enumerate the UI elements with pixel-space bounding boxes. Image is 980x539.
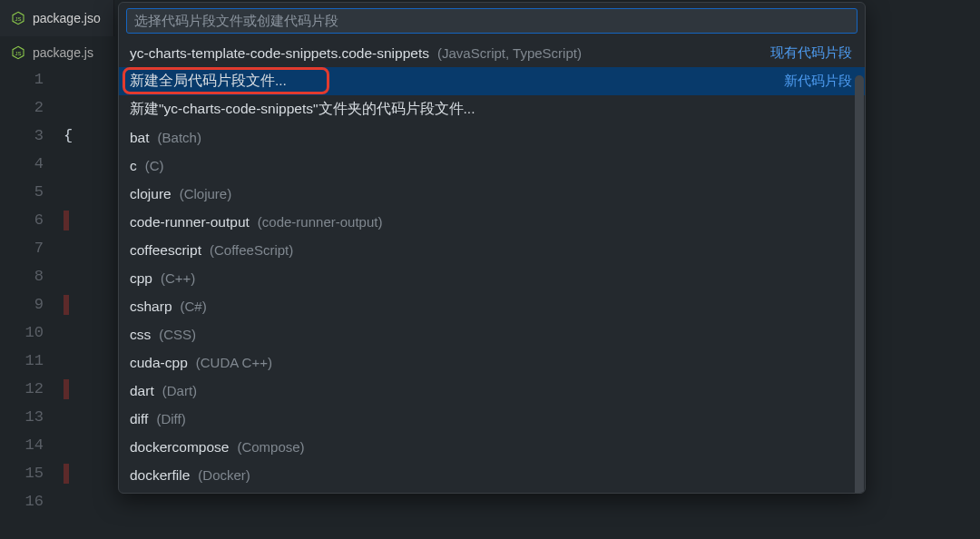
snippet-list-item[interactable]: c(C) (119, 152, 865, 180)
item-hint: (Dart) (162, 383, 197, 398)
item-label: yc-charts-template-code-snippets.code-sn… (130, 45, 429, 62)
snippet-list-item[interactable]: clojure(Clojure) (119, 180, 865, 208)
item-hint: (JavaScript, TypeScript) (437, 45, 582, 61)
svg-text:JS: JS (15, 16, 21, 22)
svg-text:JS: JS (15, 51, 21, 56)
item-label: coffeescript (130, 242, 201, 259)
snippet-list-item[interactable]: dockerfile(Docker) (119, 461, 865, 489)
item-label: code-runner-output (130, 214, 250, 230)
snippet-list-item[interactable]: coffeescript(CoffeeScript) (119, 236, 865, 264)
tab-label: package.jso (33, 11, 101, 25)
item-hint: (Compose) (237, 439, 304, 455)
item-label: clojure (130, 186, 172, 202)
item-label: dart (130, 383, 154, 399)
item-hint: (C#) (181, 299, 207, 314)
snippet-list-item[interactable]: dart(Dart) (119, 377, 865, 405)
item-badge: 新代码片段 (784, 73, 852, 90)
item-hint: (CUDA C++) (196, 355, 272, 370)
item-hint: (Diff) (156, 411, 185, 426)
snippet-list-item[interactable]: yc-charts-template-code-snippets.code-sn… (119, 39, 865, 67)
nodejs-icon: JS (11, 45, 25, 60)
snippet-list-item[interactable]: css(CSS) (119, 320, 865, 348)
tab-package-json[interactable]: JS package.jso (0, 0, 114, 36)
snippet-list-item[interactable]: 新建全局代码片段文件...新代码片段 (119, 67, 865, 95)
item-label: cpp (130, 270, 152, 287)
item-hint: (Docker) (198, 467, 250, 483)
tab-bar: JS package.jso (0, 0, 114, 36)
nodejs-icon: JS (11, 11, 25, 25)
scrollbar-thumb[interactable] (855, 75, 864, 493)
item-label: diff (130, 411, 148, 427)
item-label: dockerfile (130, 467, 190, 484)
item-label: css (130, 327, 151, 343)
item-label: dockercompose (130, 439, 229, 456)
snippet-list-item[interactable]: dockercompose(Compose) (119, 433, 865, 461)
quick-pick-dropdown: yc-charts-template-code-snippets.code-sn… (118, 2, 866, 494)
item-hint: (Clojure) (180, 186, 232, 201)
snippet-list-item[interactable]: code-runner-output(code-runner-output) (119, 208, 865, 236)
item-label: 新建"yc-charts-code-snippets"文件夹的代码片段文件... (130, 100, 475, 119)
line-number-gutter: 1 2 3 4 5 6 7 8 9 10 11 12 13 14 15 16 (0, 65, 64, 539)
item-label: bat (130, 130, 150, 146)
item-hint: (CoffeeScript) (210, 242, 293, 258)
item-label: 新建全局代码片段文件... (130, 72, 287, 91)
snippet-list-item[interactable]: 新建"yc-charts-code-snippets"文件夹的代码片段文件... (119, 95, 865, 123)
item-hint: (CSS) (159, 327, 196, 342)
snippet-list-item[interactable]: csharp(C#) (119, 292, 865, 320)
item-hint: (code-runner-output) (258, 214, 383, 230)
item-badge: 现有代码片段 (770, 44, 852, 62)
item-hint: (C++) (161, 270, 195, 286)
snippet-list-item[interactable]: cpp(C++) (119, 264, 865, 292)
snippet-search-input[interactable] (126, 8, 858, 34)
item-label: c (130, 158, 137, 174)
snippet-list-item[interactable]: diff(Diff) (119, 405, 865, 433)
snippet-list-item[interactable]: cuda-cpp(CUDA C++) (119, 348, 865, 377)
item-hint: (C) (145, 158, 164, 173)
item-hint: (Batch) (158, 130, 201, 145)
snippet-list-item[interactable]: bat(Batch) (119, 123, 865, 152)
snippet-list: yc-charts-template-code-snippets.code-sn… (119, 39, 865, 493)
item-label: cuda-cpp (130, 355, 188, 371)
item-label: csharp (130, 299, 172, 315)
breadcrumb: JS package.js (0, 40, 93, 65)
breadcrumb-filename[interactable]: package.js (33, 45, 93, 60)
